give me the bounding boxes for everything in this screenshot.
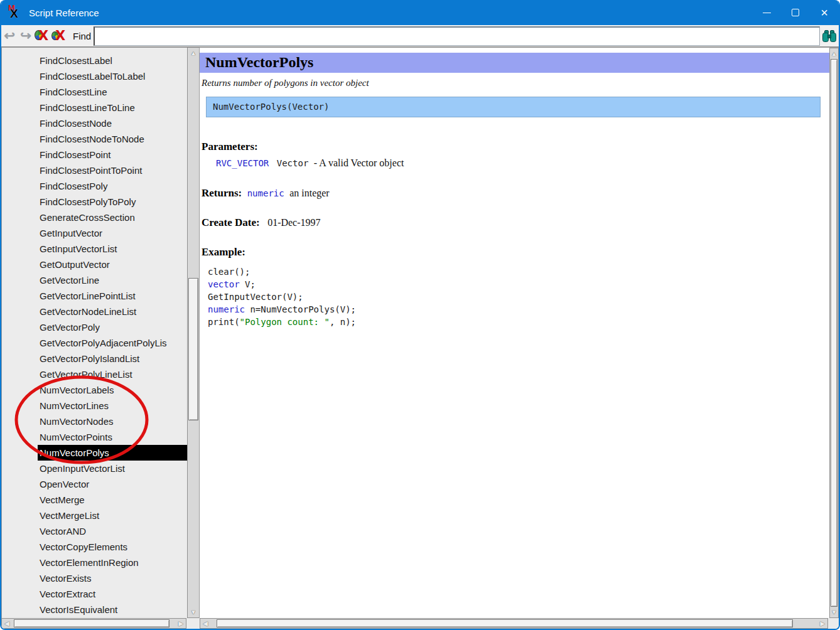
scroll-track[interactable] xyxy=(188,58,199,607)
list-item-label: VectorCopyElements xyxy=(38,539,187,555)
scroll-up-arrow[interactable]: ▲ xyxy=(188,48,199,58)
toolbar: ↩ ↪ X X Find xyxy=(1,25,839,47)
list-item[interactable]: VectMerge xyxy=(2,492,187,508)
list-item[interactable]: FindClosestPointToPoint xyxy=(2,163,187,178)
scroll-up-arrow[interactable]: ▲ xyxy=(830,48,838,59)
list-item[interactable]: GetVectorLine xyxy=(2,272,187,288)
scroll-thumb[interactable] xyxy=(14,619,170,627)
content-horizontal-scrollbar[interactable]: ◀ ▶ xyxy=(200,618,828,629)
red-x-icon: X xyxy=(38,28,48,43)
scroll-track[interactable] xyxy=(12,619,176,628)
close-script-icon-large[interactable]: X xyxy=(34,28,51,43)
list-item[interactable]: GetVectorPolyAdjacentPolyLis xyxy=(2,335,187,351)
list-item-label: FindClosestLabel xyxy=(38,53,187,68)
list-item[interactable]: FindClosestPoly xyxy=(2,178,187,194)
scroll-thumb[interactable] xyxy=(217,619,794,627)
content-vertical-scrollbar[interactable]: ▲ ▼ xyxy=(829,48,839,618)
returns-description: an integer xyxy=(289,188,330,198)
list-item[interactable]: GetVectorPolyIslandList xyxy=(2,351,187,366)
list-item[interactable]: VectorIsEquivalent xyxy=(2,602,187,617)
forward-icon[interactable]: ↪ xyxy=(18,28,34,43)
scroll-left-arrow[interactable]: ◀ xyxy=(200,619,210,628)
syntax-box: NumVectorPolys(Vector) xyxy=(206,97,821,117)
list-item[interactable]: FindClosestPoint xyxy=(2,147,187,163)
scroll-right-arrow[interactable]: ▶ xyxy=(176,619,186,628)
scroll-track[interactable] xyxy=(830,59,838,607)
list-item[interactable]: VectorExtract xyxy=(2,586,187,602)
scroll-thumb[interactable] xyxy=(188,278,198,420)
list-item[interactable]: FindClosestLineToLine xyxy=(2,100,187,115)
title-bar[interactable]: M X Script Reference × xyxy=(1,0,839,25)
parameter-type: RVC_VECTOR xyxy=(216,158,269,168)
parameter-line: RVC_VECTOR Vector - A valid Vector objec… xyxy=(216,158,829,169)
find-input[interactable] xyxy=(94,26,820,46)
code-line: vector V; xyxy=(208,278,829,291)
list-item[interactable]: OpenVector xyxy=(2,476,187,492)
list-item[interactable]: NumVectorLabels xyxy=(2,382,187,398)
list-item[interactable]: GetVectorLinePointList xyxy=(2,288,187,304)
scroll-down-arrow[interactable]: ▼ xyxy=(830,607,838,617)
list-item[interactable]: FindClosestNodeToNode xyxy=(2,131,187,147)
binoculars-icon[interactable] xyxy=(821,28,837,43)
list-item-label: GetVectorPolyLineList xyxy=(38,366,187,382)
list-item[interactable]: FindClosestLabel xyxy=(2,53,187,68)
list-item[interactable]: NumVectorLines xyxy=(2,398,187,414)
list-item[interactable]: FindClosestNode xyxy=(2,115,187,131)
doc-title: NumVectorPolys xyxy=(200,54,313,70)
list-item[interactable]: NumVectorPolys xyxy=(2,445,187,461)
list-item-label: VectMerge xyxy=(38,492,187,508)
app-icon-x: X xyxy=(10,7,18,21)
maximize-button[interactable] xyxy=(781,0,810,25)
list-item[interactable]: GetInputVector xyxy=(2,225,187,241)
close-button[interactable]: × xyxy=(810,0,839,25)
list-item[interactable]: NumVectorPoints xyxy=(2,429,187,445)
script-reference-window: M X Script Reference × ↩ ↪ X X Find xyxy=(0,0,840,630)
list-item-label: VectMergeList xyxy=(38,508,187,523)
list-item-label: VectorIsEquivalent xyxy=(38,602,187,617)
scroll-right-arrow[interactable]: ▶ xyxy=(817,619,827,628)
list-item[interactable]: VectorElementInRegion xyxy=(2,555,187,570)
list-item-label: OpenVector xyxy=(38,476,187,492)
list-item[interactable]: VectorAND xyxy=(2,523,187,539)
list-item[interactable]: FindClosestPolyToPoly xyxy=(2,194,187,210)
list-item-label: OpenInputVectorList xyxy=(38,461,187,476)
returns-line: Returns: numeric an integer xyxy=(202,187,829,200)
list-item-label: FindClosestNodeToNode xyxy=(38,131,187,147)
list-item-label: FindClosestPointToPoint xyxy=(38,163,187,178)
list-item-label: GetVectorNodeLineList xyxy=(38,304,187,319)
scroll-left-arrow[interactable]: ◀ xyxy=(2,619,12,628)
list-item-label: VectorAND xyxy=(38,523,187,539)
example-label: Example: xyxy=(202,246,829,259)
back-icon[interactable]: ↩ xyxy=(1,28,18,43)
list-item-label: GetVectorPolyIslandList xyxy=(38,351,187,366)
list-item-label: GetOutputVector xyxy=(38,257,187,272)
example-code: clear();vector V;GetInputVector(V);numer… xyxy=(208,265,829,328)
list-item[interactable]: NumVectorNodes xyxy=(2,414,187,429)
window-title: Script Reference xyxy=(29,8,99,18)
syntax-text: NumVectorPolys(Vector) xyxy=(207,102,329,112)
sidebar-vertical-scrollbar[interactable]: ▲ ▼ xyxy=(187,47,200,618)
minimize-button[interactable] xyxy=(752,0,781,25)
list-item[interactable]: GetInputVectorList xyxy=(2,241,187,257)
create-date-label: Create Date: xyxy=(202,216,260,228)
list-item[interactable]: GenerateCrossSection xyxy=(2,210,187,225)
list-item[interactable]: GetOutputVector xyxy=(2,257,187,272)
close-script-icon-small[interactable]: X xyxy=(51,28,68,43)
scroll-track[interactable] xyxy=(210,619,817,628)
list-item-label: NumVectorPoints xyxy=(38,429,187,445)
list-item[interactable]: VectorExists xyxy=(2,570,187,586)
scroll-down-arrow[interactable]: ▼ xyxy=(188,607,199,617)
list-item[interactable]: FindClosestLabelToLabel xyxy=(2,68,187,84)
list-item[interactable]: GetVectorPoly xyxy=(2,319,187,335)
list-item[interactable]: FindClosestLine xyxy=(2,84,187,100)
sidebar-horizontal-scrollbar[interactable]: ◀ ▶ xyxy=(1,618,186,629)
list-item[interactable]: VectMergeList xyxy=(2,508,187,523)
list-item[interactable]: VectorCopyElements xyxy=(2,539,187,555)
list-item[interactable]: OpenInputVectorList xyxy=(2,461,187,476)
minimize-icon xyxy=(763,13,771,13)
doc-body: NumVectorPolys Returns number of polygon… xyxy=(200,48,829,618)
scroll-thumb[interactable] xyxy=(831,59,837,607)
code-line: numeric n=NumVectorPolys(V); xyxy=(208,303,829,316)
list-item[interactable]: GetVectorNodeLineList xyxy=(2,304,187,319)
list-item[interactable]: GetVectorPolyLineList xyxy=(2,366,187,382)
